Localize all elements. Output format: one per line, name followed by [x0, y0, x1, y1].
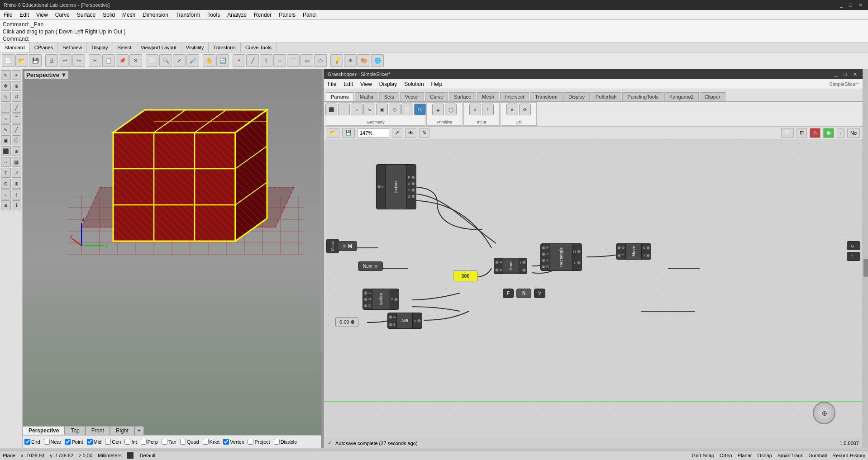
scale-tool[interactable]: ⤡	[1, 92, 11, 102]
port-069-out[interactable]	[351, 320, 354, 324]
gh-save-btn[interactable]: 💾	[342, 128, 355, 138]
node-m[interactable]: M	[338, 241, 357, 251]
snap-tool[interactable]: ⊙	[1, 179, 11, 189]
port-rect-l[interactable]	[577, 261, 581, 265]
select-all-icon[interactable]: ⬜	[146, 54, 158, 67]
gh-close-btn[interactable]: ✕	[851, 71, 859, 77]
circle-icon[interactable]: ○	[273, 54, 286, 67]
port-series-s-out[interactable]	[394, 298, 398, 301]
port-series-n[interactable]	[364, 298, 367, 301]
sun-icon[interactable]: ☀	[344, 54, 357, 67]
gh-icon-surface[interactable]: ▣	[376, 104, 388, 115]
snap-tan-check[interactable]	[162, 439, 167, 445]
port-dom-a[interactable]	[495, 261, 499, 264]
node-series[interactable]: S N C Series	[362, 289, 399, 310]
gh-prim-2[interactable]: ◯	[445, 104, 457, 115]
render-icon[interactable]: 🎨	[358, 54, 370, 67]
gh-tab-intersect[interactable]: Intersect	[500, 92, 529, 101]
node-ab[interactable]: A B A/B R	[387, 313, 422, 329]
node-mesh-input[interactable]: Mesh	[326, 239, 339, 253]
gh-icon-point[interactable]: ·	[338, 104, 350, 115]
gh-minimize-btn[interactable]: _	[833, 71, 839, 77]
tab-display[interactable]: Display	[87, 43, 113, 52]
gh-tab-kangaroo[interactable]: Kangaroo2	[664, 92, 699, 101]
gh-tab-mesh[interactable]: Mesh	[477, 92, 499, 101]
snap-end-check[interactable]	[24, 439, 30, 445]
gh-tab-paneling[interactable]: PanelingTools	[622, 92, 663, 101]
snap-point[interactable]: Point	[65, 439, 83, 445]
vp-tab-top[interactable]: Top	[65, 426, 85, 435]
select-lasso-tool[interactable]: ⌖	[12, 70, 22, 80]
print-icon[interactable]: 🖨	[45, 54, 58, 67]
node-g-right[interactable]: G	[847, 241, 860, 250]
polyline-icon[interactable]: ⌇	[260, 54, 272, 67]
gh-menu-help[interactable]: Help	[428, 80, 446, 88]
delete-icon[interactable]: ✕	[129, 54, 142, 67]
gh-color-btn[interactable]: ◉	[823, 128, 834, 138]
select-tool[interactable]: ↖	[1, 70, 11, 80]
snap-tan[interactable]: Tan	[162, 439, 176, 445]
rect-icon[interactable]: ▭	[300, 54, 313, 67]
menu-tools[interactable]: Tools	[204, 11, 224, 19]
menu-analyze[interactable]: Analyze	[224, 11, 250, 19]
port-p-out[interactable]	[411, 175, 415, 179]
snap-mid[interactable]: Mid	[87, 439, 102, 445]
snap-vertex-check[interactable]	[223, 439, 229, 445]
snap-near[interactable]: Near	[44, 439, 62, 445]
arc-icon[interactable]: ⌒	[287, 54, 300, 67]
bs-record-history[interactable]: Record History	[832, 453, 865, 458]
port-num-out[interactable]	[374, 265, 378, 268]
port-rect-x[interactable]	[542, 252, 545, 256]
vp-tab-add[interactable]: +	[134, 426, 144, 435]
node-v[interactable]: V	[534, 289, 545, 298]
rhino-viewport[interactable]: x z y Perspective ▼ Perspective Top Fron…	[23, 69, 321, 448]
cut-icon[interactable]: ✂	[89, 54, 101, 67]
snap-disable-check[interactable]	[274, 439, 280, 445]
gh-tab-surface[interactable]: Surface	[449, 92, 476, 101]
gh-win-controls[interactable]: _ □ ✕	[833, 71, 859, 77]
port-move-g-out[interactable]	[646, 246, 650, 250]
undo-icon[interactable]: ↩	[59, 54, 72, 67]
gh-tab-clipper[interactable]: Clipper	[700, 92, 725, 101]
port-rect-y[interactable]	[542, 259, 545, 262]
gh-fit-btn[interactable]: ⤢	[392, 128, 402, 138]
snap-vertex[interactable]: Vertex	[223, 439, 244, 445]
port-y-out[interactable]	[411, 188, 415, 192]
gh-icon-geogroup[interactable]: G	[414, 104, 426, 115]
polyline-draw-tool[interactable]: ╱	[12, 124, 22, 134]
vp-tab-right[interactable]: Right	[110, 426, 134, 435]
snap-disable[interactable]: Disable	[274, 439, 297, 445]
open-icon[interactable]: 📂	[15, 54, 28, 67]
tab-curve-tools[interactable]: Curve Tools	[241, 43, 277, 52]
node-n[interactable]: N	[516, 289, 531, 298]
gh-tab-transform[interactable]: Transform	[530, 92, 563, 101]
node-num[interactable]: Num	[358, 261, 383, 271]
mesh-tool[interactable]: ⬡	[12, 135, 22, 145]
zoom-win-icon[interactable]: 🔎	[186, 54, 199, 67]
gh-dot-btn[interactable]: ·	[837, 128, 844, 138]
menu-edit[interactable]: Edit	[16, 11, 33, 19]
gh-edit-btn[interactable]: ✎	[419, 128, 429, 138]
gh-menu-solution[interactable]: Solution	[401, 80, 427, 88]
gh-canvas[interactable]: B DeBox P X Y	[324, 139, 863, 438]
port-move-t[interactable]	[617, 254, 621, 257]
point-icon[interactable]: •	[233, 54, 245, 67]
line-icon[interactable]: ╱	[246, 54, 259, 67]
text-tool[interactable]: T	[1, 168, 11, 178]
tab-select[interactable]: Select	[113, 43, 137, 52]
vp-tab-front[interactable]: Front	[86, 426, 110, 435]
gh-maximize-btn[interactable]: □	[842, 71, 849, 77]
copy-icon[interactable]: 📋	[102, 54, 115, 67]
port-ab-r[interactable]	[417, 319, 421, 322]
tab-standard[interactable]: Standard	[0, 43, 30, 52]
gh-icon-mesh2[interactable]: ⬡	[389, 104, 401, 115]
snap-project[interactable]: Project	[248, 439, 270, 445]
viewport-perspective-label[interactable]: Perspective ▼	[24, 71, 68, 79]
snap-knot-check[interactable]	[203, 439, 209, 445]
rotate-2d-tool[interactable]: ↺	[12, 92, 22, 102]
port-dom-i[interactable]	[522, 261, 526, 264]
port-rect-r-in[interactable]	[542, 265, 545, 269]
menu-file[interactable]: File	[0, 11, 16, 19]
gh-warn-btn[interactable]: ⚠	[810, 128, 820, 138]
rhino-win-controls[interactable]: _ □ ✕	[838, 2, 864, 8]
